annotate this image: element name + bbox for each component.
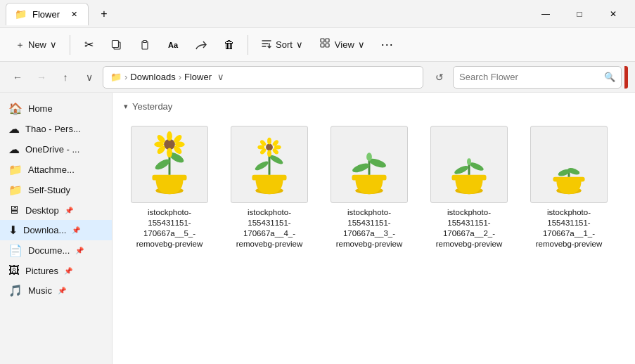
content-area: ▾ Yesterday xyxy=(113,93,635,364)
sidebar-item-attachments[interactable]: 📁 Attachme... xyxy=(0,160,112,180)
file-thumbnail-4 xyxy=(231,126,308,203)
file-name-3: istockphoto-155431151-170667a__3_-remove… xyxy=(328,207,411,249)
svg-rect-9 xyxy=(152,175,186,181)
copy-button[interactable] xyxy=(104,32,129,58)
new-button[interactable]: ＋ New ∨ xyxy=(8,35,64,55)
svg-rect-23 xyxy=(252,175,286,181)
sidebar-label-documents: Docume... xyxy=(28,245,70,256)
share-button[interactable] xyxy=(188,32,214,58)
maximize-button[interactable]: □ xyxy=(563,3,596,25)
pin-icon-desktop: 📌 xyxy=(65,207,73,214)
svg-point-45 xyxy=(454,164,470,176)
sort-button[interactable]: Sort ∨ xyxy=(254,34,310,55)
cloud-icon-thao: ☁ xyxy=(8,122,20,136)
svg-rect-5 xyxy=(326,39,329,42)
sidebar-item-music[interactable]: 🎵 Music 📌 xyxy=(0,280,112,301)
sidebar-label-pictures: Pictures xyxy=(25,266,58,276)
new-chevron-icon: ∨ xyxy=(50,39,57,50)
sidebar-item-home[interactable]: 🏠 Home xyxy=(0,98,112,119)
pictures-icon: 🖼 xyxy=(8,264,20,277)
toolbar-separator-2 xyxy=(248,35,248,55)
documents-icon: 📄 xyxy=(8,244,23,257)
sidebar-item-pictures[interactable]: 🖼 Pictures 📌 xyxy=(0,261,112,280)
svg-point-27 xyxy=(266,144,273,151)
file-item-4[interactable]: istockphoto-155431151-170667a__4_-remove… xyxy=(224,120,315,255)
svg-point-35 xyxy=(274,145,281,150)
svg-rect-49 xyxy=(553,177,584,182)
sidebar-item-thao[interactable]: ☁ Thao - Pers... xyxy=(0,119,112,139)
toolbar-separator-1 xyxy=(70,35,70,55)
up-button[interactable]: ↑ xyxy=(55,67,76,88)
sort-icon xyxy=(261,38,272,51)
sidebar-item-downloads[interactable]: ⬇ Downloa... 📌 xyxy=(0,220,112,240)
svg-point-14 xyxy=(167,131,172,141)
file-item-3[interactable]: istockphoto-155431151-170667a__3_-remove… xyxy=(323,120,415,255)
sidebar-label-home: Home xyxy=(28,103,53,114)
sort-chevron-icon: ∨ xyxy=(296,39,303,50)
forward-button[interactable]: → xyxy=(31,67,52,88)
desktop-icon: 🖥 xyxy=(8,204,20,216)
svg-point-21 xyxy=(175,142,185,148)
svg-point-34 xyxy=(257,145,264,150)
refresh-button[interactable]: ↺ xyxy=(429,67,450,88)
svg-point-39 xyxy=(352,162,371,174)
file-name-5: istockphoto-155431151-170667a__5_-remove… xyxy=(128,207,211,249)
new-tab-button[interactable]: + xyxy=(93,3,115,25)
pin-icon-documents: 📌 xyxy=(75,247,84,254)
pin-icon-downloads: 📌 xyxy=(72,226,80,234)
path-chevron-icon[interactable]: ∨ xyxy=(217,72,224,82)
file-item-1[interactable]: istockphoto-155431151-170667a__1_-remove… xyxy=(523,120,615,255)
search-icon[interactable]: 🔍 xyxy=(604,72,615,82)
address-path[interactable]: 📁 › Downloads › Flower ∨ xyxy=(103,66,423,89)
paste-button[interactable] xyxy=(132,32,158,58)
plus-icon: ＋ xyxy=(15,39,25,51)
rename-button[interactable]: Aa xyxy=(160,32,186,58)
toolbar: ＋ New ∨ ✂ Aa 🗑 Sort ∨ View ∨ ··· xyxy=(0,28,635,62)
downloads-icon: ⬇ xyxy=(8,223,18,237)
window-controls: — □ ✕ xyxy=(530,3,629,25)
sidebar-item-onedrive[interactable]: ☁ OneDrive - ... xyxy=(0,139,112,160)
svg-rect-37 xyxy=(352,175,386,181)
sidebar-label-onedrive: OneDrive - ... xyxy=(25,144,79,155)
red-accent-bar xyxy=(624,66,628,89)
close-button[interactable]: ✕ xyxy=(597,3,629,25)
tab-close-button[interactable]: ✕ xyxy=(68,8,79,20)
svg-point-25 xyxy=(254,160,270,172)
sidebar-label-attachments: Attachme... xyxy=(28,164,75,175)
sidebar-item-documents[interactable]: 📄 Docume... 📌 xyxy=(0,240,112,261)
folder-icon-selfstudy: 📁 xyxy=(8,183,23,197)
file-name-1: istockphoto-155431151-170667a__1_-remove… xyxy=(527,207,610,249)
path-downloads: Downloads xyxy=(130,72,175,82)
section-header-yesterday[interactable]: ▾ Yesterday xyxy=(124,101,624,112)
svg-point-47 xyxy=(467,158,471,165)
sidebar-item-selfstudy[interactable]: 📁 Self-Study xyxy=(0,180,112,200)
home-icon: 🏠 xyxy=(8,102,23,115)
sort-label: Sort xyxy=(276,39,293,50)
tab-folder-icon: 📁 xyxy=(15,8,27,20)
view-chevron-icon: ∨ xyxy=(358,39,365,50)
folder-tab[interactable]: 📁 Flower ✕ xyxy=(6,3,89,25)
search-box[interactable]: 🔍 xyxy=(453,66,622,89)
search-input[interactable] xyxy=(459,72,600,82)
svg-rect-3 xyxy=(143,40,147,42)
expand-button[interactable]: ∨ xyxy=(79,67,100,88)
more-button[interactable]: ··· xyxy=(375,32,400,58)
path-flower: Flower xyxy=(184,72,212,82)
minimize-button[interactable]: — xyxy=(530,3,562,25)
svg-point-15 xyxy=(167,148,172,157)
file-item-2[interactable]: istockphoto-155431151-170667a__2_-remove… xyxy=(423,120,515,255)
sidebar-item-desktop[interactable]: 🖥 Desktop 📌 xyxy=(0,200,112,220)
view-button[interactable]: View ∨ xyxy=(313,34,372,55)
delete-button[interactable]: 🗑 xyxy=(217,32,242,58)
cut-button[interactable]: ✂ xyxy=(76,32,101,58)
view-icon xyxy=(320,38,331,51)
svg-point-29 xyxy=(267,150,271,157)
back-button[interactable]: ← xyxy=(7,67,28,88)
svg-rect-6 xyxy=(321,44,324,47)
sidebar: 🏠 Home ☁ Thao - Pers... ☁ OneDrive - ...… xyxy=(0,93,113,364)
new-label: New xyxy=(28,39,46,50)
file-item-5[interactable]: istockphoto-155431151-170667a__5_-remove… xyxy=(124,120,215,255)
file-thumbnail-1 xyxy=(530,126,608,203)
svg-point-28 xyxy=(267,138,271,145)
title-bar: 📁 Flower ✕ + — □ ✕ xyxy=(0,0,635,28)
